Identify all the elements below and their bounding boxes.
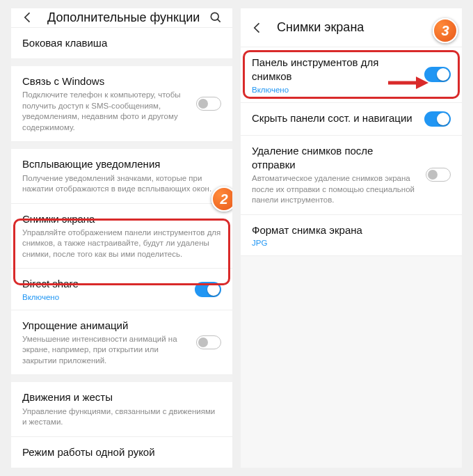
row-screenshot-format[interactable]: Формат снимка экрана JPG: [241, 215, 462, 256]
row-title: Скрыть панели сост. и навигации: [252, 111, 417, 125]
row-title: Движения и жесты: [22, 390, 221, 404]
row-status: Включено: [22, 293, 188, 301]
toggle-direct-share[interactable]: [195, 282, 221, 297]
row-screenshots[interactable]: Снимки экрана Управляйте отображением па…: [11, 204, 232, 269]
toggle-windows[interactable]: [196, 97, 221, 111]
row-hide-bars[interactable]: Скрыть панели сост. и навигации: [241, 103, 462, 136]
phone-left: Дополнительные функции Боковая клавиша С…: [11, 8, 232, 468]
row-title: Режим работы одной рукой: [22, 445, 221, 459]
settings-list: Боковая клавиша Связь с Windows Подключи…: [11, 28, 232, 468]
toggle-delete-after[interactable]: [426, 168, 451, 182]
row-screenshot-toolbar[interactable]: Панель инструментов для снимков Включено: [241, 47, 462, 103]
annotation-arrow: [387, 75, 428, 90]
page-title: Дополнительные функции: [47, 10, 209, 25]
row-direct-share[interactable]: Direct share Включено: [11, 269, 232, 310]
back-icon[interactable]: [250, 21, 264, 35]
row-status: JPG: [252, 239, 451, 247]
row-title: Снимки экрана: [22, 212, 221, 226]
search-icon[interactable]: [209, 10, 223, 24]
row-title: Direct share: [22, 277, 188, 291]
row-desc: Управляйте отображением панели инструмен…: [22, 228, 221, 260]
row-title: Связь с Windows: [22, 74, 189, 88]
annotation-badge-3: 3: [433, 18, 458, 43]
header: Снимки экрана: [241, 8, 462, 47]
row-desc: Подключите телефон к компьютеру, чтобы п…: [22, 90, 189, 133]
row-one-handed[interactable]: Режим работы одной рукой: [11, 437, 232, 468]
header: Дополнительные функции: [11, 8, 232, 28]
row-title: Упрощение анимаций: [22, 319, 189, 333]
row-desc: Автоматическое удаление снимков экрана п…: [252, 173, 419, 206]
row-desc: Управление функциями, связанными с движе…: [22, 406, 221, 428]
row-title: Формат снимка экрана: [252, 223, 451, 237]
svg-marker-3: [416, 77, 428, 89]
row-delete-after-share[interactable]: Удаление снимков после отправки Автомати…: [241, 136, 462, 215]
section-gap: [11, 59, 232, 66]
row-desc: Уменьшение интенсивности анимаций на экр…: [22, 334, 189, 367]
section-gap: [11, 375, 232, 382]
row-popup-notifications[interactable]: Всплывающие уведомления Получение уведом…: [11, 149, 232, 203]
row-title: Всплывающие уведомления: [22, 157, 221, 171]
phone-right: Снимки экрана Панель инструментов для сн…: [241, 8, 462, 468]
toggle-hide-bars[interactable]: [424, 111, 451, 127]
row-title: Боковая клавиша: [22, 36, 221, 50]
row-title: Удаление снимков после отправки: [252, 144, 419, 173]
settings-list: Панель инструментов для снимков Включено…: [241, 47, 462, 256]
back-icon[interactable]: [21, 10, 35, 24]
section-gap: [11, 142, 232, 149]
row-side-key[interactable]: Боковая клавиша: [11, 28, 232, 59]
row-windows-link[interactable]: Связь с Windows Подключите телефон к ком…: [11, 66, 232, 142]
row-reduce-animations[interactable]: Упрощение анимаций Уменьшение интенсивно…: [11, 310, 232, 376]
svg-line-1: [218, 19, 221, 22]
row-desc: Получение уведомлений значками, которые …: [22, 173, 221, 195]
page-title: Снимки экрана: [277, 20, 452, 35]
toggle-reduce-animations[interactable]: [196, 335, 221, 349]
annotation-badge-2: 2: [211, 187, 232, 212]
row-motions-gestures[interactable]: Движения и жесты Управление функциями, с…: [11, 382, 232, 436]
svg-point-0: [211, 13, 218, 21]
